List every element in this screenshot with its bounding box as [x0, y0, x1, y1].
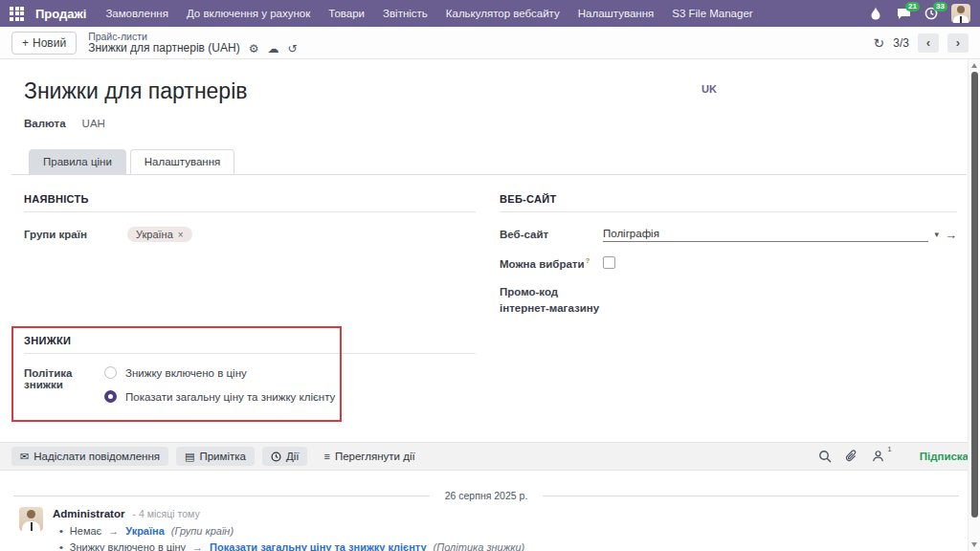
radio-option-show-discount[interactable]: Показати загальну ціну та знижку клієнту: [104, 390, 335, 403]
tab-divider: [11, 174, 967, 175]
tag-remove-icon[interactable]: ×: [178, 230, 184, 240]
save-cloud-icon[interactable]: ☁: [267, 43, 278, 55]
list-icon: ≡: [323, 452, 329, 462]
activities-button[interactable]: Дії: [262, 447, 308, 466]
language-badge[interactable]: UK: [702, 83, 717, 95]
nav-item-orders[interactable]: Замовлення: [105, 8, 168, 19]
notebook-tabs: Правила ціни Налаштування: [29, 149, 234, 174]
note-icon: ▤: [185, 452, 194, 462]
gear-icon[interactable]: ⚙: [249, 43, 259, 55]
website-title: ВЕБ-САЙТ: [500, 193, 957, 212]
website-section: ВЕБ-САЙТ Веб-сайт ▾ → Можна вибрати? Про…: [500, 193, 957, 317]
currency-label: Валюта: [24, 118, 66, 129]
app-name[interactable]: Продажі: [35, 7, 86, 21]
breadcrumb: Прайс-листи Знижки для партнерів (UAH) ⚙…: [88, 31, 297, 55]
message-header: Administrator - 4 місяці тому: [53, 508, 200, 519]
messages-icon[interactable]: 21: [896, 6, 911, 21]
nav-item-s3-file-manager[interactable]: S3 File Manager: [672, 8, 752, 19]
vertical-scrollbar[interactable]: [968, 59, 980, 551]
search-icon[interactable]: [818, 450, 833, 464]
envelope-icon: ✉: [20, 452, 29, 462]
radio-icon-unselected[interactable]: [104, 366, 117, 379]
currency-value[interactable]: UAH: [82, 118, 105, 129]
droplet-icon[interactable]: [868, 6, 883, 21]
top-navbar: Продажі Замовлення До включення у рахуно…: [0, 0, 980, 27]
country-tag[interactable]: Україна ×: [127, 227, 192, 242]
followers-icon[interactable]: 1: [872, 450, 886, 464]
scroll-down-arrow[interactable]: [971, 542, 977, 547]
scroll-up-arrow[interactable]: [971, 63, 977, 68]
paperclip-icon[interactable]: [845, 450, 859, 464]
radio-icon-selected[interactable]: [104, 390, 117, 403]
availability-title: НАЯВНІСТЬ: [24, 193, 476, 212]
control-panel: + Новий Прайс-листи Знижки для партнерів…: [0, 27, 980, 59]
follow-button[interactable]: Підписка: [920, 451, 969, 462]
pager[interactable]: 3/3: [893, 36, 909, 50]
selectable-checkbox[interactable]: [603, 256, 615, 269]
discount-policy-options: Знижку включено в ціну Показати загальну…: [104, 366, 335, 414]
record-title[interactable]: Знижки для партнерів: [24, 78, 248, 104]
discard-icon[interactable]: ↺: [287, 43, 297, 55]
view-actions-button[interactable]: ≡ Переглянути дії: [315, 447, 423, 466]
discounts-title: ЗНИЖКИ: [24, 335, 476, 354]
availability-section: НАЯВНІСТЬ Групи країн Україна ×: [24, 193, 476, 242]
tab-price-rules[interactable]: Правила ціни: [29, 149, 126, 174]
discounts-section: ЗНИЖКИ Політика знижки Знижку включено в…: [24, 335, 476, 414]
website-label: Веб-сайт: [500, 229, 603, 240]
apps-menu-icon[interactable]: [10, 7, 24, 21]
clock-icon: [271, 452, 281, 462]
form-sheet: Знижки для партнерів UK Валюта UAH Прави…: [0, 59, 980, 442]
user-avatar[interactable]: [951, 4, 970, 23]
nav-item-settings[interactable]: Налаштування: [578, 8, 654, 19]
odoo-window: Продажі Замовлення До включення у рахуно…: [0, 0, 980, 551]
country-groups-label: Групи країн: [24, 229, 127, 240]
change-new-value-link[interactable]: Україна: [125, 525, 165, 537]
promo-code-label: Промо-код інтернет-магазину: [500, 284, 603, 318]
help-icon: ?: [586, 256, 590, 265]
country-tag-label: Україна: [136, 229, 173, 240]
chatter-toolbar: ✉ Надіслати повідомлення ▤ Примітка Дії …: [0, 442, 980, 471]
internal-link-icon[interactable]: →: [945, 228, 957, 242]
message-avatar[interactable]: [19, 507, 43, 531]
website-input[interactable]: [603, 227, 928, 242]
discount-policy-label: Політика знижки: [24, 366, 104, 414]
tab-configuration[interactable]: Налаштування: [130, 149, 234, 174]
change-arrow-icon: →: [192, 541, 203, 551]
date-separator-label: 26 серпня 2025 р.: [430, 490, 544, 501]
tracking-change-2: • Знижку включено в ціну → Показати зага…: [59, 541, 524, 551]
selectable-label: Можна вибрати?: [500, 256, 603, 270]
log-note-button[interactable]: ▤ Примітка: [176, 447, 255, 466]
tracking-change-1: • Немає → Україна (Групи країн): [59, 525, 234, 537]
change-new-value-link[interactable]: Показати загальну ціну та знижку клієнту: [210, 541, 426, 551]
dropdown-caret-icon[interactable]: ▾: [934, 230, 939, 239]
new-button[interactable]: + Новий: [11, 32, 77, 55]
radio-option-included[interactable]: Знижку включено в ціну: [104, 366, 335, 379]
breadcrumb-parent[interactable]: Прайс-листи: [88, 31, 297, 42]
pager-previous-button[interactable]: ‹: [918, 33, 939, 53]
nav-item-website-calculator[interactable]: Калькулятор вебсайту: [446, 8, 560, 19]
nav-item-reporting[interactable]: Звітність: [383, 8, 428, 19]
message-timestamp: - 4 місяці тому: [133, 508, 200, 519]
nav-item-products[interactable]: Товари: [328, 8, 365, 19]
pager-next-button[interactable]: ›: [947, 33, 969, 53]
nav-item-to-invoice[interactable]: До включення у рахунок: [187, 8, 310, 19]
change-arrow-icon: →: [108, 525, 119, 537]
send-message-button[interactable]: ✉ Надіслати повідомлення: [11, 447, 168, 466]
activity-clock-icon[interactable]: 33: [924, 6, 939, 21]
plus-icon: +: [22, 36, 29, 50]
message-thread: 26 серпня 2025 р. Administrator - 4 міся…: [0, 471, 980, 551]
date-separator: 26 серпня 2025 р.: [13, 490, 959, 501]
activity-badge: 33: [933, 2, 947, 11]
new-button-label: Новий: [33, 36, 66, 50]
messages-badge: 21: [905, 2, 920, 11]
breadcrumb-current[interactable]: Знижки для партнерів (UAH): [88, 42, 239, 55]
refresh-icon[interactable]: ↻: [874, 35, 885, 51]
followers-count: 1: [887, 445, 891, 453]
scrollbar-thumb[interactable]: [971, 72, 978, 518]
message-author[interactable]: Administrator: [53, 508, 124, 519]
